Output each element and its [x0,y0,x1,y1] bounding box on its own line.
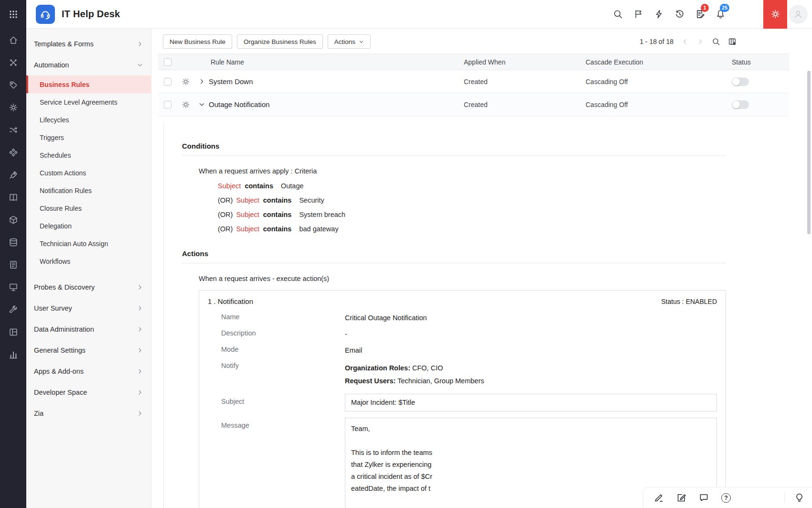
sidebar-group-data-administration[interactable]: Data Administration [26,319,151,340]
rule-name[interactable]: Outage Notification [209,100,464,108]
extensions-icon[interactable] [0,141,26,163]
tools-wrench-icon[interactable] [0,298,26,321]
tag-icon[interactable] [0,74,26,96]
history-icon[interactable] [669,0,690,29]
rocket-icon[interactable] [0,163,26,186]
assets-package-icon[interactable] [0,208,26,231]
new-business-rule-button[interactable]: New Business Rule [163,34,232,49]
sidebar-item-service-level-agreements[interactable]: Service Level Agreements [26,93,151,111]
chat-icon[interactable] [699,493,709,503]
rule-cascade: Cascading Off [586,101,729,108]
select-all-checkbox[interactable] [164,58,171,66]
chevron-right-icon [137,389,143,396]
sidebar-item-notification-rules[interactable]: Notification Rules [26,182,151,199]
rule-gear-icon[interactable] [177,100,194,109]
field-row-mode: Mode Email [208,346,717,356]
zia-bolt-icon[interactable] [649,0,669,29]
vertical-scrollbar-thumb[interactable] [807,71,811,234]
app-title: IT Help Desk [62,9,120,20]
actions-heading: Actions [182,249,726,263]
row-checkbox[interactable] [164,78,171,86]
expand-chevron-right-icon[interactable] [194,78,209,85]
sidebar-group-zia[interactable]: Zia [26,403,151,424]
rule-gear-icon[interactable] [177,77,194,86]
pagination-label: 1 - 18 of 18 [640,38,673,45]
chevron-right-icon [137,284,143,291]
shuffle-icon[interactable] [0,119,26,141]
column-status[interactable]: Status [729,58,789,66]
home-icon[interactable] [0,29,26,51]
feedback-compose-icon[interactable] [676,493,686,503]
criteria-row: (OR)Subjectcontainsbad gateway [218,222,726,236]
sidebar-item-workflows[interactable]: Workflows [26,252,151,270]
column-applied-when[interactable]: Applied When [464,58,586,66]
criteria-operator: contains [263,211,292,218]
sidebar-group-developer-space[interactable]: Developer Space [26,382,151,403]
whats-new-icon[interactable] [628,0,649,29]
row-checkbox[interactable] [164,101,171,108]
criteria-field: Subject [236,211,259,218]
collapse-chevron-down-icon[interactable] [194,101,209,108]
criteria-field: Subject [236,196,259,204]
table-row-outage-notification[interactable]: Outage Notification Created Cascading Of… [158,93,789,116]
header-actions: 1 25 [608,0,812,28]
criteria-row: (OR)SubjectcontainsSecurity [218,193,726,207]
chevron-down-icon [359,39,364,44]
reports-chart-icon[interactable] [0,343,26,366]
rule-detail-panel: Conditions When a request arrives apply … [163,123,726,508]
status-toggle[interactable] [732,77,749,86]
knowledge-book-icon[interactable] [0,186,26,208]
chevron-right-icon [137,41,143,47]
sidebar-group-user-survey[interactable]: User Survey [26,298,151,319]
suggestions-bulb-icon[interactable] [784,493,804,503]
status-toggle[interactable] [732,100,749,109]
sidebar-item-lifecycles[interactable]: Lifecycles [26,111,151,129]
sidebar-group-general-settings[interactable]: General Settings [26,340,151,361]
remote-desktop-icon[interactable] [0,276,26,298]
app-logo[interactable] [36,5,55,24]
conditions-heading: Conditions [182,142,726,156]
settings-gear-icon[interactable] [763,0,787,29]
list-toolbar: New Business Rule Organize Business Rule… [151,29,812,54]
sidebar-item-delegation[interactable]: Delegation [26,217,151,235]
database-icon[interactable] [0,231,26,253]
customization-icon[interactable] [0,51,26,74]
apps-grid-icon[interactable] [0,0,26,29]
zia-write-icon[interactable] [654,493,664,503]
rule-name[interactable]: System Down [209,77,464,86]
next-page-icon[interactable] [696,38,704,45]
rule-applied-when: Created [464,78,586,86]
organize-business-rules-button[interactable]: Organize Business Rules [237,34,323,49]
sidebar-item-closure-rules[interactable]: Closure Rules [26,199,151,217]
sidebar-group-probes-discovery[interactable]: Probes & Discovery [26,277,151,298]
avatar[interactable] [789,5,807,23]
table-row-system-down[interactable]: System Down Created Cascading Off [158,70,789,93]
business-rules-main: New Business Rule Organize Business Rule… [151,29,812,508]
sidebar-item-custom-actions[interactable]: Custom Actions [26,164,151,182]
rule-cascade: Cascading Off [586,78,729,86]
layout-icon[interactable] [0,321,26,343]
column-cascade-execution[interactable]: Cascade Execution [586,58,729,66]
action-heading: 1 . Notification [208,297,253,305]
sidebar-group-apps-addons[interactable]: Apps & Add-ons [26,361,151,382]
list-search-icon[interactable] [712,37,720,46]
sidebar-group-templates-forms[interactable]: Templates & Forms [26,33,151,54]
sidebar-item-business-rules[interactable]: Business Rules [26,76,151,93]
prev-page-icon[interactable] [681,38,689,45]
field-row-subject: Subject Major Incident: $Title [208,394,717,411]
sidebar-group-automation[interactable]: Automation [26,54,151,76]
sidebar-item-triggers[interactable]: Triggers [26,129,151,146]
sidebar-item-schedules[interactable]: Schedules [26,146,151,164]
column-rule-name[interactable]: Rule Name [177,58,464,66]
headset-icon [40,9,51,20]
script-icon[interactable]: 1 [690,0,710,29]
rule-applied-when: Created [464,101,586,108]
search-icon[interactable] [608,0,628,29]
billing-icon[interactable] [0,253,26,276]
sidebar-item-technician-auto-assign[interactable]: Technician Auto Assign [26,235,151,252]
notifications-bell-icon[interactable]: 25 [710,0,731,29]
column-settings-icon[interactable] [728,37,737,46]
help-icon[interactable]: ? [721,493,731,503]
actions-dropdown[interactable]: Actions [328,34,371,49]
automation-gear-icon[interactable] [0,96,26,119]
